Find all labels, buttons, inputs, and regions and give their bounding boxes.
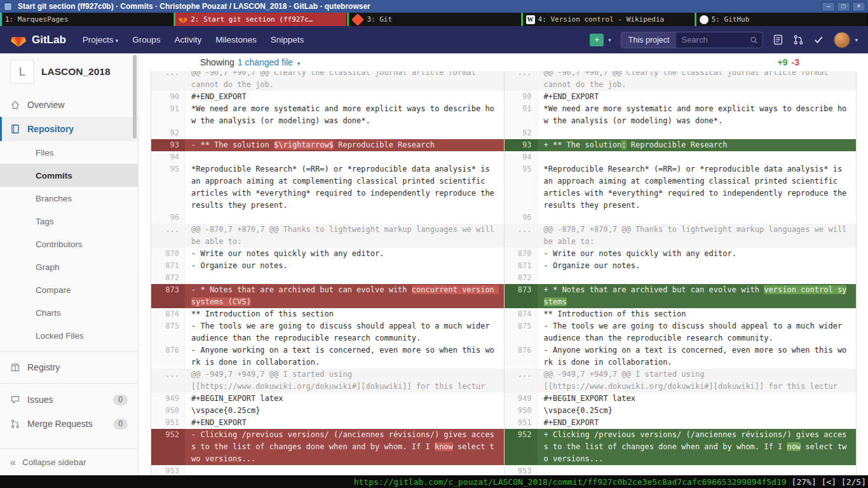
nav-item-projects[interactable]: Projects▾ xyxy=(83,35,118,44)
line-number[interactable]: 874 xyxy=(151,308,185,320)
count-badge: 0 xyxy=(113,395,128,405)
collapse-sidebar-button[interactable]: « Collapse sidebar xyxy=(0,449,138,475)
line-number[interactable]: 91 xyxy=(151,103,185,127)
code-line: - The tools we are going to discuss shou… xyxy=(538,320,857,344)
line-number[interactable]: 950 xyxy=(151,405,185,417)
line-number[interactable]: 873 xyxy=(504,284,538,308)
browser-tab[interactable]: 5: GitHub xyxy=(695,13,868,26)
tab-load-indicator xyxy=(695,13,696,26)
gitlab-logo[interactable]: GitLab xyxy=(10,32,66,48)
line-number[interactable]: 874 xyxy=(504,308,538,320)
line-number[interactable]: ... xyxy=(151,224,185,248)
line-number[interactable]: 870 xyxy=(504,248,538,260)
sidebar-item-graph[interactable]: Graph xyxy=(0,255,138,278)
nav-todos-button[interactable] xyxy=(813,34,824,45)
tab-load-indicator xyxy=(0,13,2,26)
project-header[interactable]: L LASCON_2018 xyxy=(0,53,138,89)
line-number[interactable]: 949 xyxy=(504,393,538,405)
sidebar-item-issues[interactable]: Issues0 xyxy=(0,388,138,412)
code-line: + ** The solution: Reproducible Research xyxy=(538,139,857,151)
nav-issues-button[interactable] xyxy=(773,34,783,45)
code-line: ** Introduction of this section xyxy=(185,308,504,320)
tab-title: 1: MarquesPages xyxy=(5,15,68,24)
nav-item-milestones[interactable]: Milestones xyxy=(215,35,257,44)
line-number[interactable]: 875 xyxy=(151,320,185,344)
line-number[interactable]: 96 xyxy=(504,212,538,224)
code-line: #+END_EXPORT xyxy=(185,91,504,103)
browser-tab[interactable]: W4: Version control - Wikipedia xyxy=(521,13,695,26)
code-line xyxy=(185,212,504,224)
sidebar-item-compare[interactable]: Compare xyxy=(0,278,138,301)
code-line: - Write our notes quickly with any edito… xyxy=(538,248,857,260)
line-number[interactable]: 876 xyxy=(151,344,185,369)
sidebar-item-merge-requests[interactable]: Merge Requests0 xyxy=(0,412,138,436)
line-number[interactable]: 950 xyxy=(504,405,538,417)
line-number[interactable]: 90 xyxy=(504,91,538,103)
line-number[interactable]: ... xyxy=(151,71,185,91)
line-number[interactable]: 873 xyxy=(151,284,185,308)
changed-files-dropdown[interactable]: 1 changed file ▾ xyxy=(238,57,301,67)
code-line: + Clicking /previous versions/ (/ancienn… xyxy=(538,429,857,465)
line-number[interactable]: 953 xyxy=(151,465,185,475)
search-input[interactable] xyxy=(681,35,749,44)
sidebar-scrollbar[interactable] xyxy=(133,55,137,139)
nav-item-snippets[interactable]: Snippets xyxy=(271,35,304,44)
browser-tab[interactable]: 2: Start git section (ff927c… xyxy=(173,13,347,26)
sidebar-item-registry[interactable]: Registry xyxy=(0,355,138,379)
line-number[interactable]: 95 xyxy=(151,163,185,212)
line-number[interactable]: 93 xyxy=(504,139,538,151)
line-number[interactable]: 872 xyxy=(151,272,185,284)
line-number[interactable]: 952 xyxy=(151,429,185,465)
line-number[interactable]: 93 xyxy=(151,139,185,151)
close-button[interactable]: × xyxy=(852,2,865,11)
diff-row: ...@@ -949,7 +949,7 @@ I started using [… xyxy=(151,369,856,393)
line-number[interactable]: ... xyxy=(504,369,538,393)
line-number[interactable]: 92 xyxy=(151,127,185,139)
sidebar-item-files[interactable]: Files xyxy=(0,141,138,164)
line-number[interactable]: ... xyxy=(504,71,538,91)
line-number[interactable]: 872 xyxy=(504,272,538,284)
browser-tab[interactable]: 3: Git xyxy=(347,13,520,26)
maximize-button[interactable]: □ xyxy=(837,2,850,11)
nav-merge-requests-button[interactable] xyxy=(793,34,804,45)
tab-bar: 1: MarquesPages2: Start git section (ff9… xyxy=(0,13,868,26)
line-number[interactable]: 94 xyxy=(504,151,538,163)
line-number[interactable]: ... xyxy=(151,369,185,393)
line-number[interactable]: 90 xyxy=(151,91,185,103)
line-number[interactable]: 875 xyxy=(504,320,538,344)
browser-tab[interactable]: 1: MarquesPages xyxy=(0,13,173,26)
sidebar-item-branches[interactable]: Branches xyxy=(0,187,138,210)
line-number[interactable]: 96 xyxy=(151,212,185,224)
line-number[interactable]: 876 xyxy=(504,344,538,369)
line-number[interactable]: 951 xyxy=(151,417,185,429)
line-number[interactable]: 871 xyxy=(151,260,185,272)
new-dropdown-button[interactable]: + ▾ xyxy=(590,34,611,46)
minimize-button[interactable]: – xyxy=(822,2,835,11)
line-number[interactable]: 952 xyxy=(504,429,538,465)
line-number[interactable]: 949 xyxy=(151,393,185,405)
line-number[interactable]: 953 xyxy=(504,465,538,475)
line-number[interactable]: 871 xyxy=(504,260,538,272)
line-number[interactable]: 95 xyxy=(504,163,538,212)
nav-item-groups[interactable]: Groups xyxy=(132,35,160,44)
sidebar-item-contributors[interactable]: Contributors xyxy=(0,233,138,255)
line-number[interactable]: ... xyxy=(504,224,538,248)
sidebar-item-overview[interactable]: Overview xyxy=(0,93,138,117)
code-line xyxy=(538,151,857,163)
line-number[interactable]: 951 xyxy=(504,417,538,429)
sidebar-item-commits[interactable]: Commits xyxy=(0,164,138,187)
diff-row: 876- Anyone working on a text is concern… xyxy=(151,344,856,369)
line-number[interactable]: 94 xyxy=(151,151,185,163)
sidebar-item-charts[interactable]: Charts xyxy=(0,301,138,324)
nav-item-activity[interactable]: Activity xyxy=(174,35,201,44)
line-number[interactable]: 92 xyxy=(504,127,538,139)
sidebar-item-locked-files[interactable]: Locked Files xyxy=(0,324,138,347)
search-scope-dropdown[interactable]: This project xyxy=(621,32,677,48)
sidebar-item-repository[interactable]: Repository xyxy=(0,117,138,141)
issues-icon xyxy=(773,34,783,45)
line-number[interactable]: 91 xyxy=(504,103,538,127)
code-line: \vspace{0.25cm} xyxy=(538,405,857,417)
user-menu[interactable]: ▾ xyxy=(834,32,858,48)
line-number[interactable]: 870 xyxy=(151,248,185,260)
sidebar-item-tags[interactable]: Tags xyxy=(0,210,138,233)
